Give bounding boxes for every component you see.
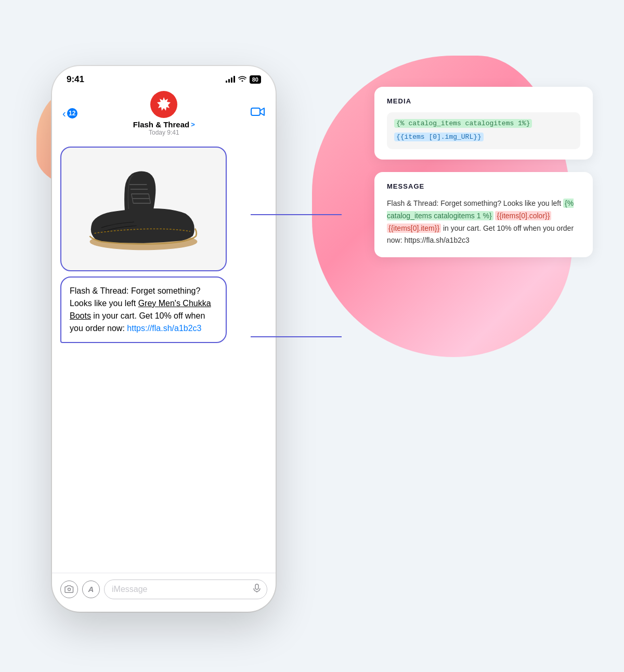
contact-avatar[interactable] (150, 91, 177, 118)
signal-bar-3 (231, 77, 232, 83)
camera-button[interactable] (60, 581, 78, 598)
connector-line-2 (251, 336, 342, 337)
contact-timestamp: Today 9:41 (149, 129, 179, 136)
app-store-icon: A (88, 585, 94, 594)
battery-icon: 80 (250, 75, 261, 84)
shoe-svg (76, 162, 211, 256)
right-panel: MEDIA {% catalog_items catalogitems 1%} … (374, 87, 593, 258)
back-badge: 12 (67, 108, 77, 118)
media-card-title: MEDIA (387, 97, 580, 105)
back-chevron-icon: ‹ (62, 108, 66, 118)
contact-info: Flash & Thread > Today 9:41 (133, 91, 195, 136)
svg-marker-0 (157, 97, 171, 111)
imessage-input[interactable]: iMessage (104, 579, 267, 599)
back-button[interactable]: ‹ 12 (62, 108, 77, 118)
text-message-bubble: Flash & Thread: Forget something? Looks … (60, 276, 227, 343)
video-icon (251, 107, 265, 117)
wifi-icon (238, 75, 246, 83)
status-time: 9:41 (67, 74, 84, 85)
app-store-button[interactable]: A (82, 581, 100, 598)
signal-bar-1 (226, 81, 227, 83)
status-bar: 9:41 80 (52, 66, 276, 89)
item-tag: {{items[0].item}} (387, 223, 441, 233)
message-template-text: Flash & Thread: Forget something? Looks … (387, 197, 580, 247)
input-bar: A iMessage (52, 573, 276, 612)
media-line-2: {{items [0].img_URL}} (394, 132, 573, 143)
video-call-button[interactable] (251, 107, 265, 120)
msg-text-before: Flash & Thread: Forget something? Looks … (387, 199, 563, 207)
mic-icon (253, 584, 261, 595)
starburst-icon (155, 96, 172, 113)
signal-bar-4 (233, 76, 235, 83)
media-card: MEDIA {% catalog_items catalogitems 1%} … (374, 87, 593, 160)
catalog-tag-1: {% catalog_items catalogitems 1%} (394, 119, 532, 128)
svg-rect-1 (251, 108, 260, 115)
media-code-block: {% catalog_items catalogitems 1%} {{item… (387, 112, 580, 150)
connector-line-1 (251, 214, 342, 215)
img-url-tag: {{items [0].img_URL}} (394, 133, 484, 141)
signal-icon (226, 76, 235, 83)
message-link[interactable]: https://fla.sh/a1b2c3 (127, 324, 201, 333)
contact-name[interactable]: Flash & Thread > (133, 120, 195, 129)
media-line-1: {% catalog_items catalogitems 1%} (394, 118, 573, 129)
status-icons: 80 (226, 75, 261, 84)
phone-mockup: 9:41 80 (52, 66, 276, 612)
shoe-image (76, 157, 211, 261)
color-tag: {{items[0].color}} (495, 211, 551, 220)
message-card-title: MESSAGE (387, 182, 580, 190)
contact-chevron-icon: > (191, 121, 195, 128)
phone-header: ‹ 12 Flash & Thread > Today 9:41 (52, 89, 276, 141)
signal-bar-2 (228, 79, 230, 83)
camera-icon (64, 585, 74, 593)
scene: 9:41 80 (26, 24, 598, 648)
svg-point-12 (68, 588, 71, 591)
message-card: MESSAGE Flash & Thread: Forget something… (374, 172, 593, 257)
image-message-bubble (60, 147, 227, 271)
messages-area: Flash & Thread: Forget something? Looks … (52, 141, 276, 573)
input-placeholder: iMessage (112, 585, 147, 594)
svg-rect-13 (255, 584, 258, 589)
